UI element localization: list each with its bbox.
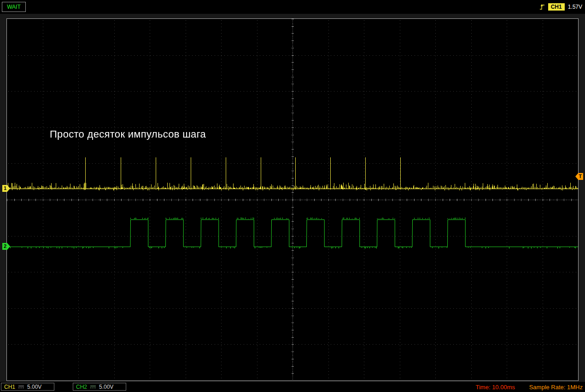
dc-coupling-icon bbox=[90, 385, 96, 389]
dc-coupling-icon bbox=[18, 385, 24, 389]
ch2-volts-per-div: 5.00V bbox=[99, 384, 113, 390]
acquisition-status: WAIT bbox=[2, 2, 26, 12]
trigger-source-badge: CH1 bbox=[548, 3, 565, 11]
ch2-label: CH2 bbox=[76, 384, 87, 390]
top-status-bar: WAIT CH1 1.57V bbox=[0, 0, 585, 14]
timebase-readout: Time: 10.00ms bbox=[476, 384, 515, 391]
bottom-status-bar: CH1 5.00V CH2 5.00V Time: 10.00ms Sample… bbox=[0, 382, 585, 392]
trigger-level-value: 1.57V bbox=[568, 4, 582, 10]
annotation-text: Просто десяток импульсов шага bbox=[50, 128, 206, 140]
ch2-settings-box: CH2 5.00V bbox=[73, 383, 126, 391]
waveform-canvas bbox=[7, 19, 578, 380]
trigger-edge-icon bbox=[539, 3, 545, 11]
trigger-readout: CH1 1.57V bbox=[539, 2, 582, 12]
oscilloscope-screen: WAIT CH1 1.57V Просто десяток импульсов … bbox=[0, 0, 585, 392]
sample-rate-readout: Sample Rate: 1MHz bbox=[529, 384, 583, 391]
ch1-label: CH1 bbox=[4, 384, 15, 390]
ch1-settings-box: CH1 5.00V bbox=[1, 383, 54, 391]
ch1-volts-per-div: 5.00V bbox=[27, 384, 41, 390]
waveform-display: Просто десяток импульсов шага 1 2 T bbox=[6, 18, 579, 381]
